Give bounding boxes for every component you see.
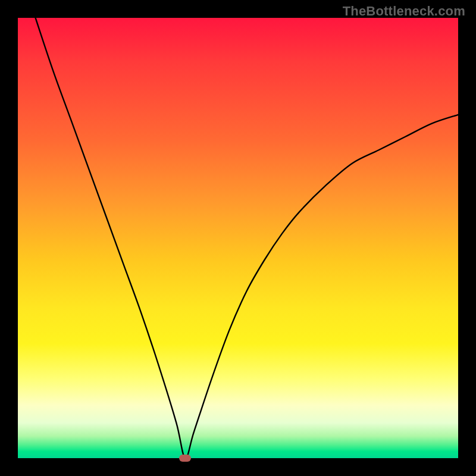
chart-frame: TheBottleneck.com [0, 0, 476, 476]
plot-area [18, 18, 458, 458]
optimal-point-marker [179, 455, 191, 462]
bottleneck-curve [18, 18, 458, 458]
curve-path [36, 18, 458, 458]
watermark-text: TheBottleneck.com [343, 4, 465, 19]
